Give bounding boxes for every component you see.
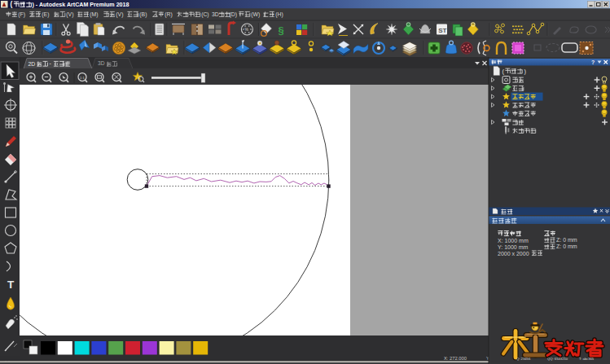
svg-text:%: % (245, 27, 249, 32)
svg-text:X: 272.000: X: 272.000 (444, 356, 467, 361)
svg-text:(F): (F) (18, 11, 25, 18)
svg-text:(C): (C) (201, 11, 208, 18)
svg-text:(V): (V) (66, 11, 73, 18)
svg-text:2000 x 2000: 2000 x 2000 (498, 251, 529, 257)
svg-text:Z: 0 mm: Z: 0 mm (556, 237, 577, 243)
svg-text:QQ: 6543210: QQ: 6543210 (547, 357, 568, 361)
svg-text:) - Autodesk ArtCAM Premium 20: ) - Autodesk ArtCAM Premium 2018 (33, 2, 129, 8)
svg-text:T: T (7, 278, 15, 291)
svg-text:(M): (M) (90, 11, 98, 18)
svg-text:(R): (R) (165, 11, 172, 18)
svg-text:T: abc365: T: abc365 (579, 357, 595, 361)
svg-text:): ) (524, 68, 526, 75)
svg-text:-: - (50, 60, 51, 66)
svg-text:3D: 3D (98, 60, 105, 66)
svg-text:★: ★ (258, 41, 262, 46)
svg-text:2D: 2D (29, 61, 36, 67)
svg-text:Y: 1000 mm: Y: 1000 mm (498, 244, 529, 250)
svg-text:(V): (V) (116, 11, 123, 18)
svg-text:(D): (D) (230, 11, 237, 18)
svg-text:Q: 23456: Q: 23456 (516, 357, 531, 361)
svg-text:(W): (W) (251, 11, 260, 18)
svg-text:(H): (H) (275, 11, 283, 18)
svg-text:Z: 0 mm: Z: 0 mm (556, 243, 577, 249)
svg-text:(B): (B) (139, 11, 147, 18)
svg-text:(E): (E) (42, 11, 49, 18)
svg-text:?: ? (591, 59, 595, 65)
svg-text:X: 1000 mm: X: 1000 mm (498, 238, 529, 243)
svg-text:§: § (279, 24, 284, 37)
svg-text:(: ( (11, 1, 13, 8)
svg-text:ST: ST (438, 27, 446, 34)
svg-text:1:1: 1:1 (80, 76, 85, 80)
svg-text:3D: 3D (212, 11, 219, 17)
